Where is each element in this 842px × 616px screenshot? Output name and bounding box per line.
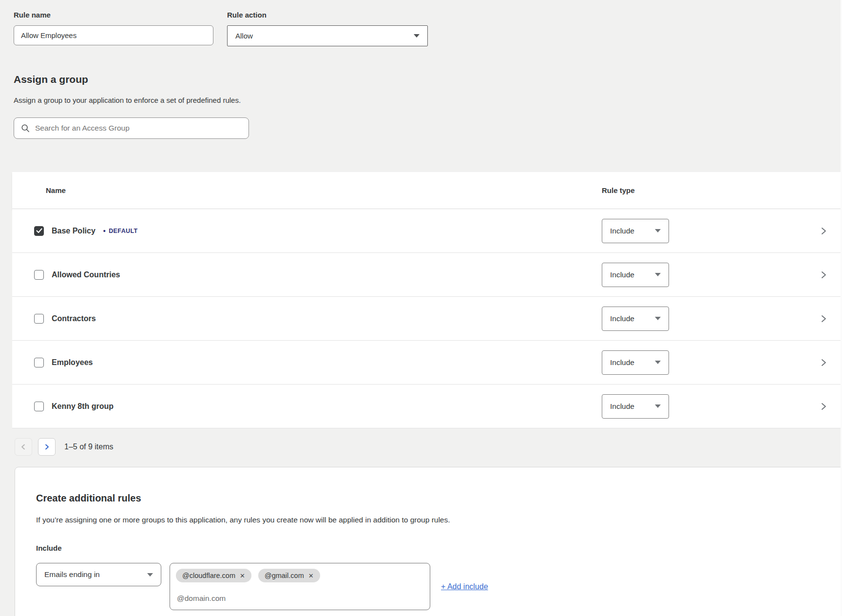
row-checkbox[interactable]: [34, 226, 44, 236]
group-table-body: Base Policy DEFAULT Include Allowed Coun…: [12, 209, 842, 428]
column-header-name: Name: [12, 186, 66, 194]
chevron-left-icon: [20, 443, 26, 450]
rule-type-dropdown[interactable]: Include: [602, 350, 669, 375]
rule-name-field: Rule name: [14, 11, 213, 46]
table-header: Name Rule type: [12, 172, 842, 209]
rule-type-value: Include: [610, 314, 634, 323]
table-row: Kenny 8th group Include: [12, 385, 842, 428]
email-tags-box[interactable]: @cloudflare.com ✕ @gmail.com ✕: [170, 563, 430, 610]
rule-type-dropdown[interactable]: Include: [602, 263, 669, 287]
check-icon: [36, 228, 42, 233]
group-name: Kenny 8th group: [52, 402, 114, 411]
search-input[interactable]: [35, 124, 242, 133]
tag-list: @cloudflare.com ✕ @gmail.com ✕: [176, 569, 424, 582]
column-header-rule-type: Rule type: [602, 186, 635, 194]
row-checkbox[interactable]: [34, 314, 44, 324]
pagination-label: 1–5 of 9 items: [64, 443, 114, 451]
default-badge: DEFAULT: [103, 227, 138, 235]
row-chevron-icon[interactable]: [820, 227, 827, 235]
chevron-down-icon: [655, 404, 661, 408]
row-chevron-icon[interactable]: [820, 270, 827, 279]
row-chevron-icon[interactable]: [820, 358, 827, 367]
additional-rules-title: Create additional rules: [36, 493, 842, 504]
rule-form: Rule name Rule action Allow: [0, 0, 842, 46]
row-chevron-icon[interactable]: [820, 314, 827, 323]
group-name: Allowed Countries: [52, 270, 120, 279]
rule-type-value: Include: [610, 270, 634, 279]
previous-page-button[interactable]: [15, 438, 32, 456]
include-label: Include: [36, 544, 842, 552]
group-name: Contractors: [52, 314, 96, 323]
row-checkbox[interactable]: [34, 270, 44, 280]
rule-selector-dropdown[interactable]: Emails ending in: [36, 563, 161, 586]
access-group-search[interactable]: [14, 117, 249, 139]
access-groups-table: Name Rule type Base Policy DEFAULT Inclu…: [12, 172, 842, 428]
chevron-down-icon: [655, 317, 661, 320]
rule-type-dropdown[interactable]: Include: [602, 307, 669, 331]
group-name: Base Policy: [52, 227, 96, 235]
row-checkbox[interactable]: [34, 402, 44, 411]
rule-action-field: Rule action Allow: [227, 11, 428, 46]
rule-type-value: Include: [610, 358, 634, 367]
pagination: 1–5 of 9 items: [15, 438, 842, 456]
group-name: Employees: [52, 358, 93, 367]
email-tag: @gmail.com ✕: [258, 569, 320, 582]
table-row: Base Policy DEFAULT Include: [12, 209, 842, 253]
add-include-link[interactable]: + Add include: [441, 582, 488, 591]
chevron-right-icon: [44, 443, 50, 450]
next-page-button[interactable]: [38, 438, 56, 456]
rule-name-label: Rule name: [14, 11, 213, 19]
include-rule-row: Emails ending in @cloudflare.com ✕ @gmai…: [36, 563, 842, 610]
remove-tag-icon[interactable]: ✕: [240, 573, 245, 579]
rule-action-select[interactable]: Allow: [227, 25, 428, 46]
row-checkbox[interactable]: [34, 358, 44, 367]
chevron-down-icon: [655, 273, 661, 276]
table-row: Employees Include: [12, 341, 842, 385]
rule-type-value: Include: [610, 227, 634, 235]
chevron-down-icon: [655, 361, 661, 364]
remove-tag-icon[interactable]: ✕: [308, 573, 314, 579]
email-tag: @cloudflare.com ✕: [176, 569, 251, 582]
email-domain-input[interactable]: [176, 594, 322, 603]
assign-group-section: Assign a group Assign a group to your ap…: [0, 74, 842, 139]
rule-name-input[interactable]: [14, 25, 213, 45]
search-icon: [21, 124, 30, 133]
row-chevron-icon[interactable]: [820, 402, 827, 411]
rule-action-value: Allow: [235, 32, 253, 40]
rule-type-dropdown[interactable]: Include: [602, 219, 669, 243]
email-tag-label: @cloudflare.com: [182, 572, 235, 579]
additional-rules-card: Create additional rules If you’re assign…: [15, 467, 842, 616]
table-row: Allowed Countries Include: [12, 253, 842, 297]
additional-rules-description: If you’re assigning one or more groups t…: [36, 516, 842, 524]
rule-selector-value: Emails ending in: [44, 570, 100, 579]
assign-group-description: Assign a group to your application to en…: [14, 96, 842, 104]
table-row: Contractors Include: [12, 297, 842, 341]
rule-type-dropdown[interactable]: Include: [602, 394, 669, 419]
assign-group-title: Assign a group: [14, 74, 842, 85]
rule-action-label: Rule action: [227, 11, 428, 19]
chevron-down-icon: [655, 229, 661, 232]
chevron-down-icon: [414, 34, 420, 38]
email-tag-label: @gmail.com: [265, 572, 304, 579]
chevron-down-icon: [147, 573, 153, 577]
rule-type-value: Include: [610, 402, 634, 411]
